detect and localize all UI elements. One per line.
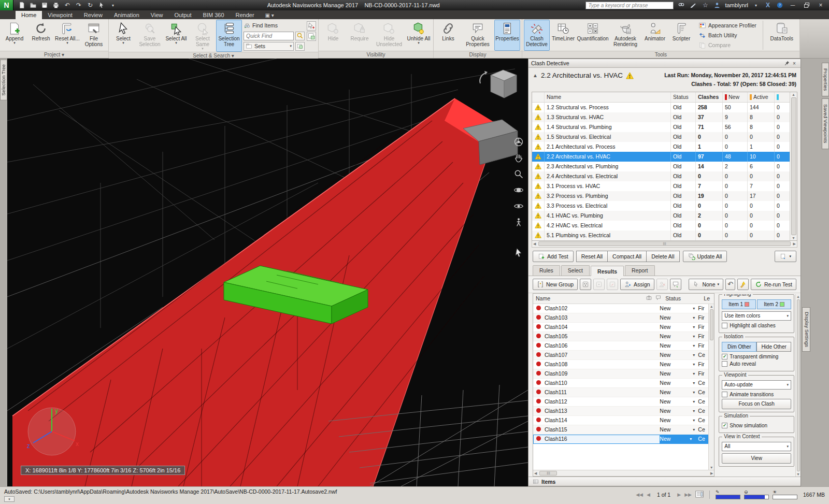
navisworks-logo-icon[interactable]: N	[0, 0, 13, 10]
unhide-all-button[interactable]: Unhide All ▾	[406, 20, 432, 51]
selection-tree-button[interactable]: Selection Tree	[216, 20, 242, 52]
status-dropdown-icon[interactable]: ▾	[690, 399, 698, 404]
export-selection-icon[interactable]	[307, 32, 316, 41]
status-dropdown-icon[interactable]: ▾	[690, 427, 698, 432]
exchange-apps-icon[interactable]: X	[764, 1, 772, 9]
clash-result-row[interactable]: Clash116New▾Ce	[533, 435, 708, 444]
clash-result-row[interactable]: Clash108New▾Fir	[533, 360, 708, 369]
tests-header-row[interactable]: Name Status Clashes New Active	[532, 92, 790, 103]
clash-status-cell[interactable]: New	[660, 370, 690, 377]
quick-find-go-button[interactable]	[295, 32, 305, 40]
properties-dock-tab[interactable]: Properties	[822, 63, 829, 96]
reset-all-button[interactable]: Reset All	[576, 251, 608, 262]
tab-rules[interactable]: Rules	[533, 265, 560, 276]
clash-status-cell[interactable]: New	[660, 314, 690, 321]
first-sheet-button[interactable]: ◀◀	[636, 492, 643, 497]
communication-center-icon[interactable]	[689, 1, 697, 9]
ribbon-tab-review[interactable]: Review	[78, 11, 108, 19]
delete-all-button[interactable]: Delete All	[646, 251, 679, 262]
clash-status-cell[interactable]: New	[660, 398, 690, 405]
look-around-icon[interactable]	[513, 200, 524, 212]
new-file-icon[interactable]	[18, 1, 26, 9]
clash-result-row[interactable]: Clash109New▾Fir	[533, 369, 708, 379]
pan-hand-icon[interactable]	[513, 152, 524, 164]
ribbon-tab-render[interactable]: Render	[230, 11, 260, 19]
download-indicator-icon[interactable]: ▾	[4, 496, 15, 502]
clash-result-row[interactable]: Clash112New▾Ce	[533, 397, 708, 407]
select-cursor-icon[interactable]	[97, 1, 106, 9]
save-icon[interactable]	[40, 1, 49, 9]
clash-test-row[interactable]: 2.1 Architectural vs. ProcessOld1010	[532, 142, 790, 152]
pin-icon[interactable]	[783, 60, 791, 67]
status-dropdown-icon[interactable]: ▾	[690, 315, 698, 320]
add-test-button[interactable]: Add Test	[533, 251, 574, 262]
clash-status-cell[interactable]: New	[660, 324, 690, 330]
search-help-icon[interactable]	[677, 1, 685, 9]
filter-dropdown[interactable]: None ▾	[689, 279, 723, 290]
add-comment-button[interactable]	[670, 279, 681, 290]
selection-inspector-icon[interactable]	[307, 21, 316, 31]
ribbon-tab-viewpoint[interactable]: Viewpoint	[42, 11, 78, 19]
focus-on-clash-button[interactable]: Focus on Clash	[722, 399, 791, 409]
clash-test-row[interactable]: 3.1 Process vs. HVACOld7070	[532, 181, 790, 191]
scripter-button[interactable]: Scripter	[668, 20, 694, 51]
clash-result-row[interactable]: Clash105New▾Fir	[533, 332, 708, 341]
clash-result-row[interactable]: Clash107New▾Ce	[533, 351, 708, 360]
options-vertical-scrollbar[interactable]: ▲▼	[795, 294, 801, 477]
view-context-dropdown[interactable]: All▾	[722, 442, 791, 451]
results-horizontal-scrollbar[interactable]: ◀⦀⦀▶	[533, 470, 714, 476]
clash-test-row[interactable]: 4.1 HVAC vs. PlumbingOld2000	[532, 211, 790, 221]
new-group-button[interactable]: New Group	[533, 279, 578, 290]
clash-result-row[interactable]: Clash102New▾Fir	[533, 304, 708, 313]
close-button[interactable]: ×	[816, 1, 826, 9]
hide-other-button[interactable]: Hide Other	[756, 342, 791, 352]
animate-transitions-checkbox[interactable]: Animate transitions	[722, 392, 791, 397]
render-camera-icon[interactable]: ▣ ▾	[261, 11, 278, 19]
status-dropdown-icon[interactable]: ▾	[690, 390, 698, 395]
status-dropdown-icon[interactable]: ▾	[690, 435, 698, 443]
items-expander-bar[interactable]: Items	[528, 477, 801, 486]
dim-other-button[interactable]: Dim Other	[722, 342, 756, 352]
clash-result-row[interactable]: Clash106New▾Fir	[533, 341, 708, 351]
clash-status-cell[interactable]: New	[660, 333, 690, 339]
3d-viewport[interactable]: y x z X: 1689011ft 8in 1/8 Y: 1778600ft …	[7, 59, 528, 486]
refresh-button[interactable]: Refresh	[28, 20, 54, 51]
clash-result-row[interactable]: Clash114New▾Ce	[533, 416, 708, 425]
clash-test-row[interactable]: 2.2 Architectural vs. HVACOld9748100	[532, 152, 790, 162]
orbit-icon[interactable]	[513, 184, 524, 196]
clash-status-cell[interactable]: New	[660, 361, 690, 367]
properties-button[interactable]: Properties	[494, 20, 520, 51]
clash-status-cell[interactable]: New	[660, 380, 690, 386]
import-sets-button[interactable]	[295, 42, 305, 51]
batch-utility-button[interactable]: Batch Utility	[696, 31, 759, 40]
assign-button[interactable]: Assign	[620, 279, 654, 290]
ribbon-tab-home[interactable]: Home	[16, 11, 42, 19]
clash-status-cell[interactable]: New	[660, 417, 690, 423]
print-icon[interactable]	[52, 1, 60, 9]
clash-status-cell[interactable]: New	[660, 305, 690, 311]
signin-dropdown-icon[interactable]: ▾	[752, 1, 760, 9]
undo-button[interactable]: ↶	[725, 279, 735, 290]
status-dropdown-icon[interactable]: ▾	[690, 325, 698, 329]
tab-report[interactable]: Report	[625, 265, 655, 276]
group-label-visibility[interactable]: Visibility	[319, 51, 433, 58]
highlight-all-checkbox[interactable]: Highlight all clashes	[722, 323, 791, 328]
status-dropdown-icon[interactable]: ▾	[690, 353, 698, 357]
redo-icon[interactable]: ↷	[75, 1, 83, 9]
results-header-row[interactable]: Name Status Le	[533, 294, 714, 304]
clash-result-row[interactable]: Clash103New▾Fir	[533, 313, 708, 323]
transparent-dimming-checkbox[interactable]: Transparent dimming	[722, 354, 791, 359]
qat-dropdown-icon[interactable]: ▾	[109, 1, 117, 9]
selection-tree-dock-tab[interactable]: Selection Tree	[0, 60, 7, 100]
tests-horizontal-scrollbar[interactable]: ◀⦀⦀▶	[532, 241, 797, 248]
group-label-display[interactable]: Display	[434, 51, 522, 58]
clash-result-row[interactable]: Clash113New▾Ce	[533, 407, 708, 416]
collapse-chevron-icon[interactable]: ▲	[533, 71, 541, 78]
status-dropdown-icon[interactable]: ▾	[690, 371, 698, 376]
status-dropdown-icon[interactable]: ▾	[690, 418, 698, 423]
restore-button[interactable]	[802, 1, 812, 9]
clash-test-row[interactable]: 1.4 Structural vs. PlumbingOld715680	[532, 122, 790, 132]
previous-sheet-button[interactable]: ◀	[647, 492, 650, 497]
panel-titlebar[interactable]: Clash Detective ×	[528, 59, 801, 68]
compact-all-button[interactable]: Compact All	[607, 251, 647, 262]
